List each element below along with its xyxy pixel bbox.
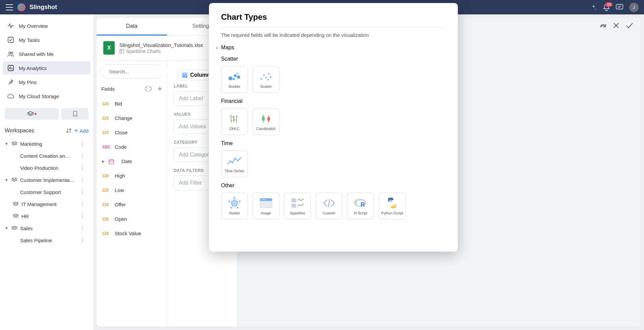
chart-custom[interactable]: Custom — [316, 193, 342, 219]
avatar[interactable]: J — [629, 3, 639, 12]
workspace-customer-support[interactable]: Customer Support⋮ — [3, 186, 89, 198]
field-stock-value[interactable]: 123Stock Value — [97, 226, 167, 241]
sort-icon[interactable] — [66, 128, 72, 134]
svg-point-23 — [234, 197, 235, 198]
more-icon[interactable]: ⋮ — [78, 165, 87, 171]
sheet-icon — [119, 49, 124, 54]
more-icon[interactable]: ⋮ — [78, 177, 87, 183]
field-offer[interactable]: 123Offer — [97, 197, 167, 212]
section-other[interactable]: Other — [221, 183, 446, 189]
cloud-icon — [7, 93, 14, 100]
menu-icon[interactable] — [5, 3, 13, 11]
field-code[interactable]: ABCCode — [97, 140, 167, 154]
chart-sparkline[interactable]: Sparkline — [284, 193, 311, 219]
more-icon[interactable]: ⋮ — [78, 201, 87, 207]
users-icon — [7, 51, 14, 57]
svg-rect-5 — [120, 49, 124, 53]
section-financial[interactable]: Financial — [221, 98, 446, 104]
chart-ohlc[interactable]: OHLC — [221, 108, 248, 135]
svg-marker-22 — [231, 200, 238, 206]
sidebar: My Overview My Tasks Shared with Me My A… — [0, 14, 93, 330]
stack-button[interactable] — [5, 108, 59, 120]
workspace-content-creation[interactable]: Content Creation an…⋮ — [3, 150, 89, 162]
svg-rect-7 — [109, 160, 114, 164]
sparkle-icon[interactable] — [590, 4, 597, 11]
svg-point-14 — [263, 74, 265, 76]
sidebar-item-cloud[interactable]: My Cloud Storage — [3, 89, 91, 103]
sidebar-item-analytics[interactable]: My Analytics — [3, 61, 91, 75]
workspace-hr[interactable]: HR⋮ — [3, 210, 89, 222]
svg-rect-0 — [616, 4, 623, 9]
field-open[interactable]: 123Open — [97, 212, 167, 226]
more-icon[interactable]: ⋮ — [78, 189, 87, 195]
more-icon[interactable]: ⋮ — [78, 153, 87, 159]
more-icon[interactable]: ⋮ — [78, 213, 87, 219]
section-maps[interactable]: ▶Maps — [221, 45, 446, 51]
brain-icon[interactable] — [145, 85, 152, 92]
more-icon[interactable]: ⋮ — [78, 237, 87, 243]
svg-point-2 — [9, 52, 11, 54]
add-field-icon[interactable]: + — [158, 84, 162, 93]
chart-candlestick[interactable]: Candlestick — [253, 108, 279, 135]
fields-label: Fields — [101, 86, 115, 92]
workspace-customer-impl[interactable]: ▼Customer Implementa…⋮ — [3, 174, 89, 186]
chart-rscript[interactable]: RR Script — [347, 193, 374, 219]
workspace-marketing[interactable]: ▼Marketing⋮ — [3, 138, 89, 150]
field-change[interactable]: 123Change — [97, 111, 167, 125]
field-date[interactable]: ▶Date — [97, 154, 167, 169]
workspaces-tree: ▼Marketing⋮ Content Creation an…⋮ Video … — [3, 138, 91, 325]
chart-scatter[interactable]: Scatter — [253, 66, 279, 93]
close-icon[interactable] — [613, 22, 619, 29]
modal-title: Chart Types — [221, 12, 446, 22]
svg-point-30 — [262, 199, 263, 200]
sidebar-item-tasks[interactable]: My Tasks — [3, 33, 91, 47]
svg-rect-33 — [291, 198, 296, 202]
svg-point-15 — [265, 77, 267, 78]
svg-point-25 — [237, 207, 238, 208]
chart-pyscript[interactable]: Python Script — [379, 193, 406, 219]
field-bid[interactable]: 123Bid — [97, 96, 167, 111]
tab-data[interactable]: Data — [97, 18, 167, 36]
workspace-video-production[interactable]: Video Production⋮ — [3, 162, 89, 174]
redo-icon[interactable] — [599, 22, 606, 29]
number-type-icon: 123 — [102, 102, 111, 106]
field-low[interactable]: 123Low — [97, 183, 167, 197]
svg-point-13 — [261, 78, 262, 80]
add-workspace-button[interactable]: +Add — [74, 128, 89, 134]
field-high[interactable]: 123High — [97, 169, 167, 183]
number-type-icon: 123 — [102, 188, 111, 193]
sidebar-item-shared[interactable]: Shared with Me — [3, 47, 91, 61]
section-time[interactable]: Time — [221, 140, 446, 146]
sheet-name: Sparkline Charts — [126, 49, 161, 54]
sidebar-item-overview[interactable]: My Overview — [3, 19, 91, 32]
bookmark-button[interactable] — [61, 108, 89, 120]
sidebar-item-pins[interactable]: My Pins — [3, 75, 91, 89]
chart-image[interactable]: Image — [253, 193, 279, 219]
section-scatter[interactable]: Scatter — [221, 56, 446, 62]
more-icon[interactable]: ⋮ — [78, 225, 87, 231]
workspace-it-mgmt[interactable]: IT Management⋮ — [3, 198, 89, 210]
field-close[interactable]: 123Close — [97, 125, 167, 140]
chart-radial[interactable]: Radial — [221, 193, 248, 219]
svg-point-17 — [270, 76, 271, 78]
chart-icon — [7, 65, 14, 71]
workspace-sales[interactable]: ▼Sales⋮ — [3, 222, 89, 234]
svg-text:R: R — [361, 201, 365, 208]
chart-timeseries[interactable]: Time Series — [221, 150, 248, 177]
search-input[interactable] — [101, 64, 163, 78]
svg-rect-20 — [267, 117, 270, 121]
number-type-icon: 123 — [102, 231, 111, 236]
more-icon[interactable]: ⋮ — [78, 141, 87, 147]
svg-point-8 — [228, 76, 232, 80]
workspace-sales-pipeline[interactable]: Sales Pipeline⋮ — [3, 234, 89, 246]
chart-bubble[interactable]: Bubble — [221, 66, 248, 93]
checkbox-icon — [7, 37, 14, 43]
chat-icon[interactable] — [616, 4, 623, 11]
number-type-icon: 123 — [102, 116, 111, 121]
chart-types-modal: Chart Types The required fields will be … — [209, 3, 458, 252]
svg-point-24 — [239, 201, 240, 202]
excel-icon: X — [103, 41, 115, 55]
pulse-icon — [7, 22, 14, 29]
notifications-icon[interactable]: 13 — [603, 4, 610, 11]
confirm-icon[interactable] — [626, 22, 633, 29]
